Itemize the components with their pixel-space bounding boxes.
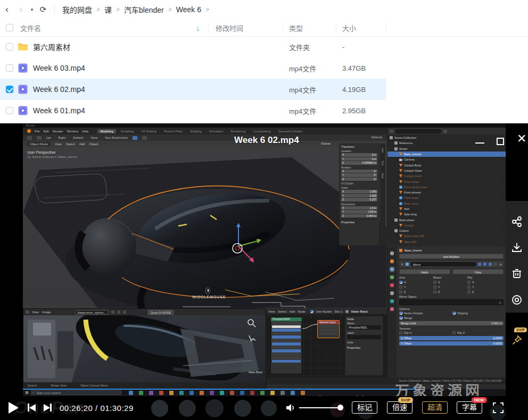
history-dropdown-icon[interactable]: ▾	[28, 7, 36, 12]
mark-button[interactable]: 标记	[352, 401, 377, 414]
subtitle-button[interactable]: 字幕	[457, 401, 482, 414]
hd-button[interactable]: 超清	[422, 401, 448, 414]
outliner-item[interactable]: Rear cover	[387, 201, 506, 206]
column-header-name[interactable]: 文件名	[20, 23, 41, 33]
u-offset-slider[interactable]: U Offset0.0000	[399, 336, 504, 340]
outliner-item[interactable]: Cockpit Body	[387, 162, 506, 167]
row-checkbox[interactable]	[6, 107, 13, 114]
modifier-display-toggle[interactable]	[489, 263, 492, 266]
blender-menu-item[interactable]: File	[35, 130, 40, 133]
npanel-tab[interactable]: Item	[381, 148, 384, 153]
merge-limit-slider[interactable]: Merge Limit0.001 m	[399, 321, 504, 325]
breadcrumb-item[interactable]: Week 6	[176, 5, 201, 14]
npanel-field[interactable]: Y0°	[341, 173, 377, 177]
add-modifier-button[interactable]: Add Modifier	[399, 254, 504, 259]
clipping-checkbox[interactable]	[452, 312, 456, 315]
record-icon[interactable]	[511, 294, 523, 306]
properties-tab-icon[interactable]	[390, 259, 394, 263]
mirror-object-field[interactable]: ✎	[399, 299, 504, 305]
file-name[interactable]: Week 6 03.mp4	[33, 64, 85, 72]
outliner-item[interactable]: Front wheel cover	[387, 184, 506, 190]
fullscreen-icon[interactable]	[492, 402, 504, 416]
orientation-selector[interactable]: Global	[321, 142, 330, 145]
modifier-expand-icon[interactable]: ▼	[401, 263, 403, 266]
modifier-name-field[interactable]: Mirror	[411, 262, 476, 266]
viewport-menu-item[interactable]: Add	[79, 142, 85, 146]
blender-workspace-tab[interactable]: Animation	[207, 129, 226, 133]
taskbar-app-icon[interactable]	[159, 391, 163, 395]
axis-x-checkbox[interactable]	[399, 281, 402, 284]
viewport-3d[interactable]: User Perspective (1) Scene Collection | …	[23, 147, 387, 308]
table-row[interactable]: Week 6 02.mp4 mp4文件 4.19GB	[0, 79, 386, 100]
file-name[interactable]: Week 6 01.mp4	[33, 106, 85, 115]
modifier-edit-toggle[interactable]	[494, 263, 497, 266]
blender-workspace-tab[interactable]: Texture Paint	[161, 129, 185, 133]
properties-tab-icon[interactable]	[390, 307, 394, 311]
node-name-field[interactable]: Principled BSD...	[347, 325, 381, 330]
properties-tab-icon[interactable]	[390, 299, 394, 303]
row-checkbox[interactable]	[6, 64, 13, 72]
color-row[interactable]: Color	[347, 341, 381, 344]
blender-workspace-tab[interactable]: Modeling	[97, 129, 116, 133]
axis-y-checkbox[interactable]	[399, 285, 402, 289]
properties-tab-icon[interactable]	[390, 251, 394, 255]
npanel-field[interactable]: X0 m	[341, 153, 377, 157]
file-name[interactable]: 第六周素材	[33, 41, 70, 52]
npanel-field[interactable]: Z0.227	[341, 198, 377, 201]
outliner-item[interactable]: Front wheels	[387, 190, 506, 195]
new-image-icon[interactable]	[111, 310, 114, 314]
breadcrumb-item[interactable]: 课	[104, 4, 112, 15]
breadcrumb-item[interactable]: 我的网盘	[62, 4, 92, 15]
outliner-item[interactable]: Cockpit	[387, 223, 506, 228]
blender-menu-item[interactable]: Window	[67, 130, 78, 133]
outliner-item[interactable]: Cockpit mesh	[387, 173, 506, 179]
copy-button[interactable]: Copy	[452, 269, 504, 274]
bisect-y-checkbox[interactable]	[433, 285, 436, 289]
flip-z-checkbox[interactable]	[467, 290, 471, 293]
modifier-close-icon[interactable]: ✕	[499, 263, 502, 266]
column-header-modified[interactable]: 修改时间	[216, 23, 243, 33]
previous-button[interactable]	[28, 404, 36, 411]
flip-y-checkbox[interactable]	[467, 285, 471, 289]
taskbar-app-icon[interactable]	[291, 391, 295, 395]
file-name[interactable]: Week 6 02.mp4	[33, 85, 85, 94]
modifier-display-toggle[interactable]	[478, 263, 481, 266]
table-row[interactable]: Week 6 01.mp4 mp4文件 2.95GB	[0, 100, 386, 121]
shader-editor[interactable]: ViewSelectAddNode Use Nodes Slot 1 Matte…	[266, 308, 387, 377]
blender-menu-item[interactable]: Help	[82, 130, 88, 133]
npanel-tab[interactable]: View	[381, 173, 384, 179]
outliner-item[interactable]: Model	[387, 146, 506, 152]
blender-menu-item[interactable]: Render	[53, 130, 63, 133]
volume-slider-thumb[interactable]	[337, 405, 343, 410]
video-frame[interactable]: Blender FileEditRenderWindowHelp Modelin…	[23, 123, 506, 396]
mode-selector[interactable]: Object Mode	[27, 142, 51, 146]
taskbar-app-icon[interactable]	[250, 391, 254, 395]
minimize-button[interactable]	[475, 142, 484, 144]
download-icon[interactable]	[511, 241, 523, 253]
tool-chip[interactable]	[142, 136, 147, 140]
taskbar-app-icon[interactable]	[280, 391, 285, 395]
outliner-options-icon[interactable]	[443, 130, 447, 133]
taskbar-app-icon[interactable]	[270, 391, 275, 395]
blender-workspace-tab[interactable]: Compositing	[250, 129, 273, 133]
node-section-title[interactable]: Node	[347, 317, 381, 321]
taskbar-app-icon[interactable]	[230, 391, 234, 395]
npanel-field[interactable]: Z0.055964 m	[341, 161, 377, 165]
taskbar-app-icon[interactable]	[189, 391, 194, 395]
node-label-field[interactable]	[347, 335, 381, 339]
share-icon[interactable]	[511, 216, 523, 228]
taskbar-app-icon[interactable]	[301, 391, 305, 395]
row-checkbox[interactable]	[6, 86, 13, 93]
select-all-checkbox[interactable]	[6, 24, 13, 31]
speed-button[interactable]: 倍速	[387, 401, 412, 414]
viewport-menu-item[interactable]: Object	[89, 142, 98, 146]
taskbar-app-icon[interactable]	[210, 391, 214, 395]
image-editor-window[interactable]: ViewImage bladerunner_spinne... Quick D-…	[23, 308, 266, 389]
outliner-item[interactable]: Front seats	[387, 195, 506, 200]
taskbar-app-icon[interactable]	[139, 391, 143, 395]
sort-desc-icon[interactable]: ↓	[196, 24, 200, 32]
column-header-size[interactable]: 大小	[342, 23, 356, 33]
npanel-field[interactable]: Y1.06 m	[341, 210, 377, 214]
back-icon[interactable]: ‹	[0, 4, 14, 15]
column-header-type[interactable]: 类型	[289, 23, 303, 33]
